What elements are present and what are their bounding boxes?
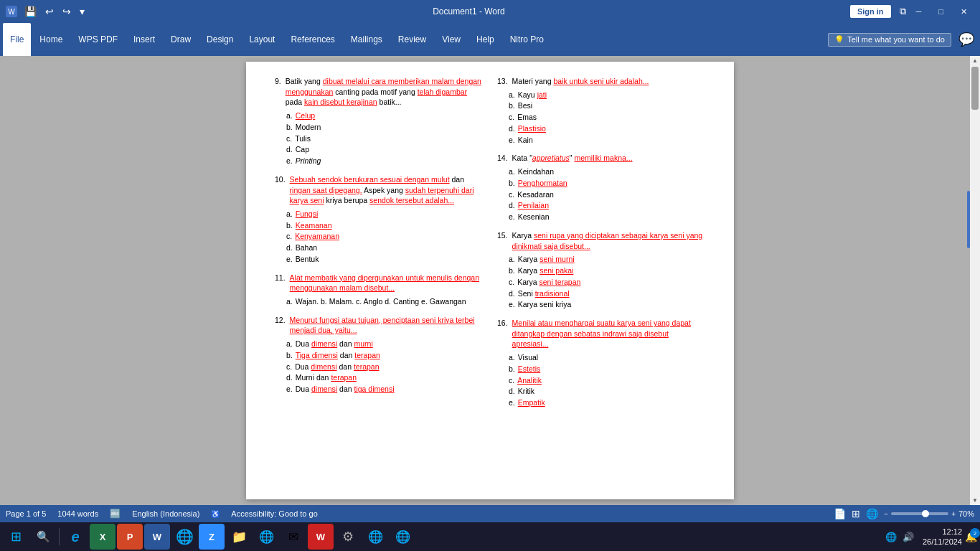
- maximize-button[interactable]: □: [931, 0, 951, 23]
- list-item: b.Besi: [509, 100, 705, 112]
- chrome-icon-2[interactable]: 🌐: [253, 524, 279, 550]
- q15-num: 15.: [497, 230, 508, 254]
- q14-num: 14.: [497, 153, 508, 166]
- q11-options: a.Wajan. b. Malam. c. Anglo d. Canting e…: [275, 296, 483, 308]
- close-button[interactable]: ✕: [953, 0, 974, 23]
- vertical-scrollbar[interactable]: ▲ ▼: [970, 56, 980, 505]
- tab-nitro-pro[interactable]: Nitro Pro: [503, 23, 551, 56]
- files-icon[interactable]: 📁: [226, 524, 252, 550]
- language-indicator: English (Indonesia): [132, 509, 199, 518]
- tab-help[interactable]: Help: [469, 23, 501, 56]
- list-item: a.Wajan. b. Malam. c. Anglo d. Canting e…: [286, 296, 483, 308]
- tab-design[interactable]: Design: [199, 23, 240, 56]
- chrome-icon-3[interactable]: 🌐: [362, 524, 388, 550]
- notification-button[interactable]: 🔔 2: [965, 531, 977, 542]
- clock[interactable]: 12:12 26/11/2024: [923, 527, 962, 547]
- zoom-icon[interactable]: Z: [199, 524, 225, 550]
- tab-view[interactable]: View: [435, 23, 468, 56]
- q11-num: 11.: [275, 273, 286, 296]
- list-item: c.Emas: [509, 112, 705, 123]
- q15-text: Karya seni rupa yang diciptakan sebagai …: [512, 230, 705, 251]
- list-item: c.Dua dimensi dan terapan: [286, 362, 483, 373]
- read-mode-icon[interactable]: 📄: [834, 508, 846, 519]
- list-item: c.Kenyamanan: [286, 231, 483, 242]
- print-layout-icon[interactable]: ⊞: [852, 508, 860, 519]
- list-item: d.Murni dan terapan: [286, 372, 483, 384]
- comments-icon[interactable]: 💬: [958, 32, 974, 47]
- tab-file[interactable]: File: [3, 23, 31, 56]
- title-bar: W 💾 ↩ ↪ ▾ Document1 - Word Sign in ⧉ ─ □…: [0, 0, 980, 23]
- zoom-thumb: [922, 510, 929, 517]
- redo-button[interactable]: ↪: [60, 4, 74, 19]
- list-item: e.Printing: [286, 156, 483, 167]
- tab-mailings[interactable]: Mailings: [344, 23, 390, 56]
- list-item: b.Modern: [286, 122, 483, 133]
- volume-icon[interactable]: 🔊: [903, 532, 914, 542]
- zoom-out-icon[interactable]: −: [884, 510, 888, 518]
- list-item: a.Visual: [509, 352, 705, 364]
- scroll-thumb[interactable]: [971, 67, 979, 110]
- scroll-down-arrow[interactable]: ▼: [971, 496, 979, 505]
- mail-icon[interactable]: ✉: [281, 524, 306, 550]
- q16-num: 16.: [497, 318, 508, 352]
- minimize-button[interactable]: ─: [909, 0, 929, 23]
- q12-num: 12.: [275, 315, 286, 339]
- search-taskbar[interactable]: 🔍: [30, 524, 56, 550]
- tab-draw[interactable]: Draw: [164, 23, 198, 56]
- question-9: 9. Batik yang dibuat melalui cara member…: [275, 76, 483, 167]
- zoom-slider[interactable]: [891, 512, 948, 515]
- restore-down-icon[interactable]: ⧉: [900, 6, 906, 17]
- customize-button[interactable]: ▾: [77, 4, 88, 19]
- network-icon[interactable]: 🌐: [885, 532, 897, 542]
- zoom-percentage: 70%: [958, 509, 974, 518]
- undo-button[interactable]: ↩: [42, 4, 57, 19]
- document-container: 9. Batik yang dibuat melalui cara member…: [0, 56, 980, 505]
- zoom-in-icon[interactable]: +: [951, 510, 956, 518]
- chrome-icon-1[interactable]: 🌐: [171, 524, 197, 550]
- taskbar-left: ⊞ 🔍 e X P W 🌐 Z 📁 🌐 ✉ W ⚙ 🌐 🌐: [3, 524, 415, 550]
- ribbon: File Home WPS PDF Insert Draw Design Lay…: [0, 23, 980, 56]
- q16-options: a.Visual b.Estetis c.Analitik d.Kritik e…: [497, 352, 705, 409]
- scroll-up-arrow[interactable]: ▲: [971, 56, 979, 65]
- chrome-icon-4[interactable]: 🌐: [390, 524, 415, 550]
- question-13: 13. Materi yang baik untuk seni ukir ada…: [497, 76, 705, 146]
- tab-references[interactable]: References: [283, 23, 341, 56]
- taskbar-right: 🌐 🔊 12:12 26/11/2024 🔔 2: [880, 527, 977, 547]
- start-button[interactable]: ⊞: [3, 524, 29, 550]
- list-item: a.Keindahan: [509, 166, 705, 178]
- save-button[interactable]: 💾: [22, 4, 39, 19]
- tab-layout[interactable]: Layout: [242, 23, 282, 56]
- tab-home[interactable]: Home: [32, 23, 70, 56]
- spell-check-icon[interactable]: 🔤: [110, 509, 121, 519]
- list-item: a.Celup: [286, 110, 483, 122]
- review-sidebar: [967, 191, 970, 248]
- list-item: b.Keamanan: [286, 220, 483, 232]
- sign-in-button[interactable]: Sign in: [850, 5, 891, 18]
- tab-wps-pdf[interactable]: WPS PDF: [71, 23, 125, 56]
- list-item: e.Dua dimensi dan tiga dimensi: [286, 384, 483, 395]
- page-indicator: Page 1 of 5: [6, 509, 46, 518]
- list-item: b.Estetis: [509, 364, 705, 375]
- tell-me-label: Tell me what you want to do: [847, 35, 945, 44]
- powerpoint-icon[interactable]: P: [117, 524, 143, 550]
- list-item: d.Kritik: [509, 386, 705, 397]
- taskbar: ⊞ 🔍 e X P W 🌐 Z 📁 🌐 ✉ W ⚙ 🌐 🌐 🌐 🔊 12:12 …: [0, 522, 980, 551]
- settings-icon[interactable]: ⚙: [335, 524, 361, 550]
- tab-insert[interactable]: Insert: [126, 23, 162, 56]
- q9-num: 9.: [275, 76, 281, 110]
- tell-me-input[interactable]: 💡 Tell me what you want to do: [828, 33, 951, 47]
- web-layout-icon[interactable]: 🌐: [866, 508, 878, 519]
- list-item: e.Kain: [509, 135, 705, 146]
- edge-icon[interactable]: e: [62, 524, 88, 550]
- excel-icon[interactable]: X: [90, 524, 116, 550]
- system-tray: 🌐 🔊: [880, 532, 920, 542]
- wps-icon[interactable]: W: [308, 524, 334, 550]
- q14-text: Kata "appretiatus" memiliki makna...: [512, 153, 633, 164]
- zoom-control[interactable]: − + 70%: [884, 509, 974, 518]
- list-item: a.Dua dimensi dan murni: [286, 339, 483, 350]
- tab-review[interactable]: Review: [391, 23, 433, 56]
- word-taskbar-icon[interactable]: W: [144, 524, 170, 550]
- status-bar-right: 📄 ⊞ 🌐 − + 70%: [834, 508, 974, 519]
- lightbulb-icon: 💡: [834, 35, 844, 44]
- question-14: 14. Kata "appretiatus" memiliki makna...…: [497, 153, 705, 222]
